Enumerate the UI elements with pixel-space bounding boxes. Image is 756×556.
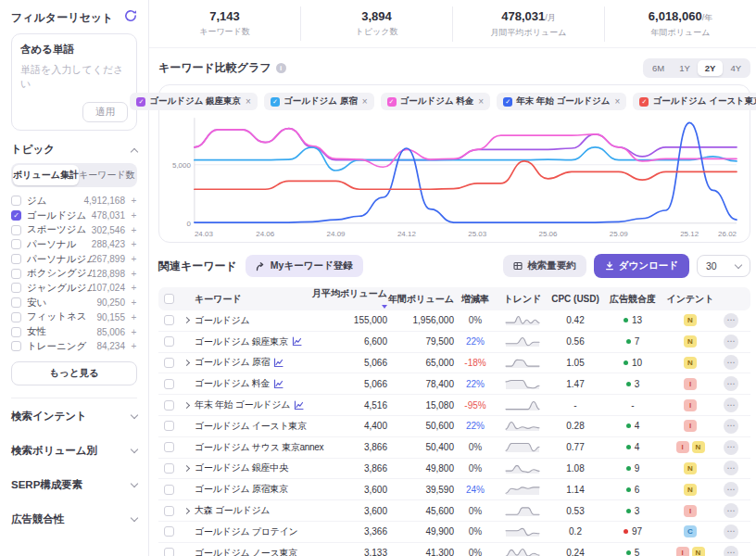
row-checkbox[interactable]	[164, 463, 174, 474]
topic-checkbox[interactable]	[11, 312, 21, 322]
more-actions-button[interactable]: ⋯	[724, 376, 738, 391]
series-checkbox[interactable]: ✓	[387, 97, 397, 107]
add-topic-filter-button[interactable]: +	[131, 239, 137, 249]
more-actions-button[interactable]: ⋯	[724, 482, 738, 497]
row-checkbox[interactable]	[164, 421, 174, 431]
topic-tab-2[interactable]: キーワード数	[79, 165, 135, 185]
topic-item[interactable]: フィットネス90,155+	[11, 310, 137, 325]
close-icon[interactable]: ×	[362, 96, 368, 107]
topic-item[interactable]: 安い90,250+	[11, 296, 137, 310]
more-actions-button[interactable]: ⋯	[724, 503, 738, 518]
range-4Y[interactable]: 4Y	[723, 60, 749, 76]
series-checkbox[interactable]: ✓	[503, 97, 512, 107]
legend-chip[interactable]: ✓年末 年始 ゴールドジム×	[497, 93, 626, 110]
row-checkbox[interactable]	[164, 379, 174, 389]
more-actions-button[interactable]: ⋯	[724, 546, 738, 556]
topic-item[interactable]: 女性85,006+	[11, 324, 137, 339]
keyword-cell[interactable]: ゴールドジム 原宿東京	[183, 483, 309, 496]
keyword-trend-chart-icon[interactable]	[273, 358, 284, 368]
show-more-button[interactable]: もっと見る	[11, 361, 137, 385]
download-button[interactable]: ダウンロード	[594, 254, 689, 278]
topic-tab-1[interactable]: ボリューム集計	[13, 165, 79, 185]
topic-checkbox[interactable]	[11, 341, 21, 351]
close-icon[interactable]: ×	[478, 96, 484, 107]
topic-checkbox[interactable]	[11, 269, 21, 279]
legend-chip[interactable]: ✓ゴールドジム 銀座東京×	[130, 93, 258, 110]
series-checkbox[interactable]: ✓	[136, 97, 145, 107]
topic-item[interactable]: ジム4,912,168+	[11, 194, 137, 208]
expand-chevron-icon[interactable]	[183, 360, 190, 366]
topic-checkbox[interactable]	[11, 283, 21, 293]
add-topic-filter-button[interactable]: +	[131, 283, 137, 293]
range-2Y[interactable]: 2Y	[698, 60, 724, 76]
row-checkbox[interactable]	[164, 358, 174, 368]
range-1Y[interactable]: 1Y	[672, 60, 698, 76]
filter-section-検索ボリューム別[interactable]: 検索ボリューム別	[11, 434, 137, 468]
keyword-cell[interactable]: 大森 ゴールドジム	[183, 504, 309, 517]
keyword-cell[interactable]: ゴールドジム	[183, 314, 309, 327]
add-topic-filter-button[interactable]: +	[131, 327, 137, 337]
filter-section-検索インテント[interactable]: 検索インテント	[11, 399, 137, 434]
topic-checkbox[interactable]: ✓	[11, 210, 21, 221]
filter-reset-row[interactable]: フィルターリセット	[11, 9, 137, 26]
close-icon[interactable]: ×	[246, 96, 251, 107]
row-checkbox[interactable]	[164, 400, 174, 411]
keyword-cell[interactable]: ゴールドジム サウス 東京annex	[183, 441, 309, 454]
keyword-cell[interactable]: ゴールドジム イースト東京	[183, 420, 309, 433]
column-header-1[interactable]: キーワード	[183, 293, 309, 306]
row-checkbox[interactable]	[164, 336, 174, 347]
topic-item[interactable]: ボクシングジム128,898+	[11, 266, 137, 281]
add-topic-filter-button[interactable]: +	[131, 312, 137, 322]
expand-chevron-icon[interactable]	[183, 465, 190, 472]
column-header-2[interactable]: 月平均ボリューム	[309, 287, 387, 310]
row-checkbox[interactable]	[164, 485, 174, 495]
page-size-select[interactable]: 30	[697, 255, 750, 277]
topic-item[interactable]: パーソナル288,423+	[11, 237, 137, 252]
range-6M[interactable]: 6M	[645, 60, 672, 76]
include-words-input[interactable]: 単語を入力してください	[20, 63, 128, 91]
more-actions-button[interactable]: ⋯	[724, 440, 738, 455]
more-actions-button[interactable]: ⋯	[724, 335, 738, 349]
series-checkbox[interactable]: ✓	[639, 97, 649, 107]
add-topic-filter-button[interactable]: +	[131, 254, 137, 264]
row-checkbox[interactable]	[164, 315, 174, 325]
topic-checkbox[interactable]	[11, 327, 21, 337]
keyword-cell[interactable]: ゴールドジム 原宿	[183, 356, 309, 369]
column-header-7[interactable]: 広告競合度	[602, 293, 663, 306]
topic-item[interactable]: ✓ゴールドジム478,031+	[11, 208, 137, 223]
column-header-6[interactable]: CPC (USD)	[548, 294, 602, 304]
expand-chevron-icon[interactable]	[183, 317, 190, 323]
topic-item[interactable]: トレーニング84,234+	[11, 339, 137, 354]
topic-section-header[interactable]: トピック	[11, 143, 137, 157]
select-all-checkbox[interactable]	[164, 294, 174, 304]
more-actions-button[interactable]: ⋯	[724, 461, 738, 475]
add-topic-filter-button[interactable]: +	[131, 196, 137, 206]
expand-chevron-icon[interactable]	[183, 402, 190, 409]
row-checkbox[interactable]	[164, 506, 174, 516]
filter-section-SERP構成要素[interactable]: SERP構成要素	[11, 468, 137, 502]
expand-chevron-icon[interactable]	[183, 508, 190, 514]
close-icon[interactable]: ×	[615, 96, 621, 107]
keyword-cell[interactable]: ゴールドジム ノース東京	[183, 547, 309, 556]
more-actions-button[interactable]: ⋯	[724, 313, 738, 328]
more-actions-button[interactable]: ⋯	[724, 398, 738, 412]
add-topic-filter-button[interactable]: +	[131, 269, 137, 279]
column-header-8[interactable]: インテント	[663, 293, 717, 306]
add-topic-filter-button[interactable]: +	[131, 225, 137, 235]
refresh-icon[interactable]	[124, 9, 137, 26]
legend-chip[interactable]: ✓ゴールドジム 原宿×	[264, 93, 374, 110]
keyword-cell[interactable]: ゴールドジム 銀座中央	[183, 461, 309, 474]
apply-button[interactable]: 適用	[82, 102, 128, 122]
keyword-cell[interactable]: ゴールドジム プロテイン	[183, 525, 309, 538]
topic-item[interactable]: ジャングルジム107,024+	[11, 281, 137, 296]
row-checkbox[interactable]	[164, 548, 174, 556]
add-topic-filter-button[interactable]: +	[131, 341, 137, 351]
add-topic-filter-button[interactable]: +	[131, 210, 137, 221]
topic-item[interactable]: スポーツジム302,546+	[11, 222, 137, 237]
topic-checkbox[interactable]	[11, 254, 21, 264]
column-header-4[interactable]: 増減率	[454, 293, 497, 306]
row-checkbox[interactable]	[164, 442, 174, 452]
more-actions-button[interactable]: ⋯	[724, 419, 738, 434]
column-header-5[interactable]: トレンド	[497, 293, 548, 306]
filter-section-広告競合性[interactable]: 広告競合性	[11, 502, 137, 537]
